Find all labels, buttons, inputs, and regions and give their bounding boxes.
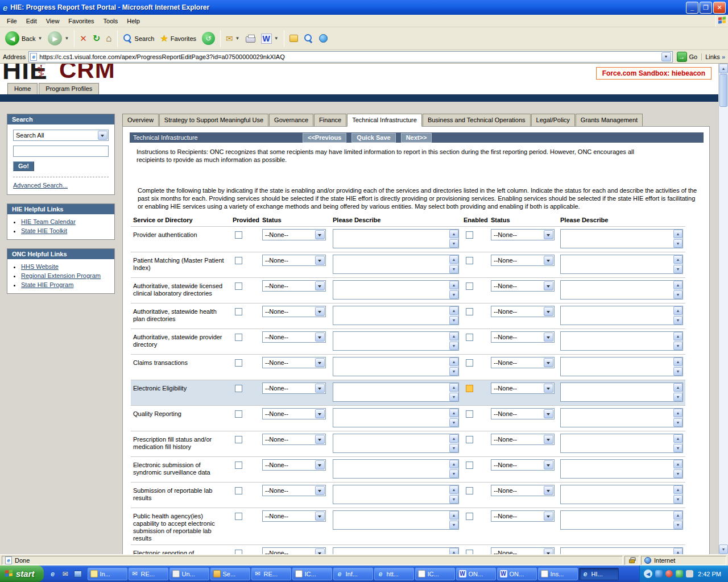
enabled-describe-textarea[interactable]: ▲▼	[560, 459, 683, 479]
textarea-scrollbar[interactable]: ▲▼	[673, 383, 682, 401]
taskbar-button[interactable]: In...	[88, 568, 127, 580]
enabled-checkbox[interactable]	[466, 334, 473, 341]
enabled-status-select[interactable]: --None--	[491, 280, 555, 292]
textarea-scrollbar[interactable]: ▲▼	[673, 460, 682, 478]
textarea-scrollbar[interactable]: ▲▼	[449, 306, 458, 325]
tab-home[interactable]: Home	[7, 83, 38, 94]
tab-strategy[interactable]: Strategy to Support Meaningful Use	[159, 114, 268, 127]
scroll-down-icon[interactable]: ▼	[719, 544, 728, 554]
enabled-status-select[interactable]: --None--	[491, 306, 555, 317]
volume-tray-icon[interactable]	[686, 570, 693, 577]
taskbar-button[interactable]: HI...	[579, 568, 619, 580]
enabled-checkbox[interactable]	[466, 462, 473, 469]
menu-edit[interactable]: Edit	[22, 16, 42, 26]
mail-quicklaunch-icon[interactable]: ✉	[60, 569, 71, 579]
scrollbar-thumb[interactable]	[719, 74, 727, 107]
provided-status-select[interactable]: --None--	[262, 459, 326, 471]
scroll-down-icon[interactable]: ▼	[673, 495, 682, 504]
show-desktop-icon[interactable]	[73, 569, 83, 579]
mail-button[interactable]: ✉ ▼	[224, 32, 242, 45]
research-button[interactable]	[301, 32, 316, 44]
enabled-checkbox[interactable]	[466, 359, 473, 367]
enabled-checkbox[interactable]	[466, 436, 473, 443]
scroll-up-icon[interactable]: ▲	[449, 306, 458, 315]
provided-status-select[interactable]: --None--	[262, 306, 326, 317]
scroll-up-icon[interactable]: ▲	[449, 485, 458, 494]
print-button[interactable]	[243, 33, 258, 44]
scroll-up-icon[interactable]: ▲	[673, 511, 682, 519]
enabled-status-select[interactable]: --None--	[491, 229, 555, 240]
provided-describe-textarea[interactable]: ▲▼	[333, 408, 459, 427]
back-dropdown-icon[interactable]: ▼	[38, 36, 42, 41]
forward-button[interactable]: ▶ ▼	[46, 30, 71, 47]
provided-describe-textarea[interactable]: ▲▼	[333, 434, 459, 453]
scroll-down-icon[interactable]: ▼	[449, 495, 458, 504]
textarea-scrollbar[interactable]: ▲▼	[673, 511, 682, 529]
provided-status-select[interactable]: --None--	[262, 255, 326, 266]
scroll-down-icon[interactable]: ▼	[673, 521, 682, 529]
enabled-describe-textarea[interactable]: ▲▼	[560, 306, 683, 325]
forward-dropdown-icon[interactable]: ▼	[64, 36, 69, 41]
provided-checkbox[interactable]	[235, 334, 242, 341]
taskbar-button[interactable]: RE...	[251, 568, 291, 580]
textarea-scrollbar[interactable]: ▲▼	[449, 281, 458, 299]
home-button[interactable]: ⌂	[104, 32, 114, 45]
provided-checkbox[interactable]	[235, 385, 242, 392]
links-toolbar[interactable]: Links »	[701, 53, 725, 60]
quick-save-button[interactable]: Quick Save	[351, 133, 395, 143]
textarea-scrollbar[interactable]: ▲▼	[449, 383, 458, 401]
textarea-scrollbar[interactable]: ▲▼	[673, 230, 682, 248]
textarea-scrollbar[interactable]: ▲▼	[673, 306, 682, 325]
taskbar-button[interactable]: IC...	[292, 568, 332, 580]
provided-status-select[interactable]: --None--	[262, 547, 326, 554]
menu-tools[interactable]: Tools	[99, 16, 123, 26]
enabled-describe-textarea[interactable]: ▲▼	[560, 229, 683, 248]
scroll-up-icon[interactable]: ▲	[673, 409, 682, 417]
scroll-up-icon[interactable]: ▲	[449, 332, 458, 340]
scroll-up-icon[interactable]: ▲	[673, 485, 682, 494]
enabled-status-select[interactable]: --None--	[491, 547, 555, 554]
textarea-scrollbar[interactable]: ▲▼	[673, 434, 682, 452]
enabled-checkbox[interactable]	[466, 550, 473, 554]
stop-button[interactable]: ✕	[77, 32, 89, 45]
textarea-scrollbar[interactable]: ▲▼	[449, 332, 458, 350]
enabled-checkbox[interactable]	[466, 385, 473, 392]
state-hie-toolkit-link[interactable]: State HIE Toolkit	[21, 227, 67, 234]
menu-favorites[interactable]: Favorites	[64, 16, 98, 26]
enabled-describe-textarea[interactable]: ▲▼	[560, 357, 683, 376]
enabled-status-select[interactable]: --None--	[491, 459, 555, 471]
scroll-up-icon[interactable]: ▲	[673, 332, 682, 340]
scroll-down-icon[interactable]: ▼	[673, 342, 682, 350]
discuss-button[interactable]	[287, 34, 300, 43]
provided-checkbox[interactable]	[235, 308, 242, 315]
taskbar-button[interactable]: Inf...	[333, 568, 373, 580]
sidebar-go-button[interactable]: Go!	[13, 161, 34, 171]
textarea-scrollbar[interactable]: ▲▼	[449, 255, 458, 273]
textarea-scrollbar[interactable]: ▲▼	[673, 485, 682, 504]
enabled-describe-textarea[interactable]: ▲▼	[560, 255, 683, 274]
textarea-scrollbar[interactable]: ▲▼	[449, 409, 458, 427]
scroll-up-icon[interactable]: ▲	[449, 409, 458, 417]
scroll-down-icon[interactable]: ▼	[449, 290, 458, 299]
scroll-up-icon[interactable]: ▲	[719, 64, 728, 73]
textarea-scrollbar[interactable]: ▲▼	[449, 230, 458, 248]
provided-checkbox[interactable]	[235, 487, 242, 494]
tab-overview[interactable]: Overview	[122, 114, 159, 127]
provided-status-select[interactable]: --None--	[262, 331, 326, 343]
provided-status-select[interactable]: --None--	[262, 229, 326, 240]
page-scrollbar[interactable]: ▲ ▼	[718, 64, 728, 554]
scroll-down-icon[interactable]: ▼	[449, 265, 458, 273]
previous-button[interactable]: <<Previous	[303, 133, 346, 143]
tab-business-technical-operations[interactable]: Business and Technical Operations	[423, 114, 531, 127]
ie-quicklaunch-icon[interactable]: e	[48, 569, 58, 579]
enabled-status-select[interactable]: --None--	[491, 434, 555, 445]
textarea-scrollbar[interactable]: ▲▼	[449, 357, 458, 376]
enabled-status-select[interactable]: --None--	[491, 510, 555, 522]
tab-grants-management[interactable]: Grants Management	[576, 114, 643, 127]
provided-describe-textarea[interactable]: ▲▼	[333, 510, 459, 530]
scroll-up-icon[interactable]: ▲	[449, 434, 458, 443]
scroll-up-icon[interactable]: ▲	[673, 383, 682, 392]
textarea-scrollbar[interactable]: ▲▼	[673, 548, 682, 554]
scroll-down-icon[interactable]: ▼	[449, 316, 458, 325]
provided-status-select[interactable]: --None--	[262, 485, 326, 496]
